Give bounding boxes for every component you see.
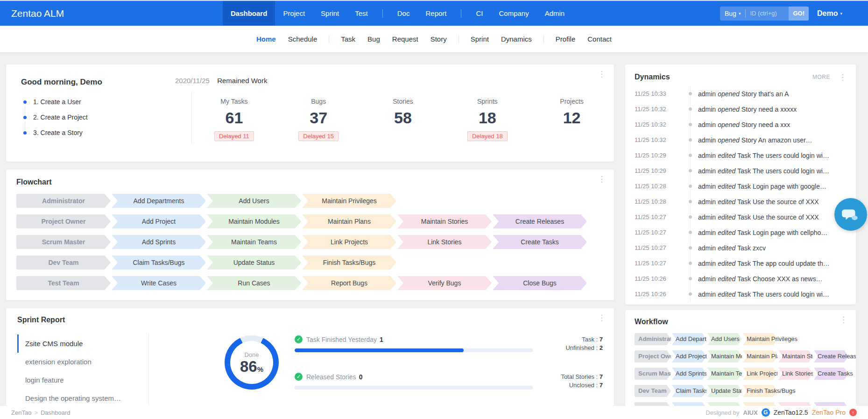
dynamic-item[interactable]: 11/25 10:27 admineditedTask zxcv (635, 240, 847, 256)
flow-step[interactable]: Add Sprints (672, 368, 706, 380)
zentao-pro-link[interactable]: ZenTao Pro (812, 409, 846, 416)
flow-step[interactable]: Link Projects (302, 235, 396, 249)
stat[interactable]: Sprints 18 Delayed 18 (445, 92, 529, 143)
more-link[interactable]: MORE (812, 74, 830, 80)
stat[interactable]: Projects 12 (529, 92, 614, 143)
version-link[interactable]: ZenTao12.5 (774, 409, 808, 416)
flow-step[interactable]: Add Project (112, 214, 206, 228)
flow-step[interactable]: Link Stories (778, 368, 813, 380)
flow-step[interactable]: Finish Tasks/Bugs (302, 256, 396, 270)
flow-step[interactable]: Run Cases (207, 276, 301, 290)
flow-role-label[interactable]: Project Owner (16, 214, 111, 228)
flow-step[interactable]: Claim Tasks/Bugs (112, 256, 206, 270)
flow-role-label[interactable]: Test Team (16, 276, 111, 290)
flow-step[interactable]: Report Bugs (302, 276, 396, 290)
flow-step[interactable]: Add Project (672, 350, 706, 362)
sprint-list-item[interactable]: extension exploration (17, 353, 148, 371)
flow-step[interactable]: Maintain Stories (397, 214, 492, 228)
flow-step[interactable]: Create Tasks (814, 368, 848, 380)
onboarding-step-link[interactable]: 2. Create a Project (21, 110, 169, 125)
nav-item[interactable]: CI (468, 1, 491, 26)
flow-step[interactable]: Create Tasks (493, 235, 587, 249)
subnav-item[interactable]: Dynamics (495, 35, 538, 43)
subnav-item[interactable]: Story (424, 35, 453, 43)
upgrade-icon[interactable]: ↑ (849, 409, 857, 416)
app-logo[interactable]: Zentao ALM (0, 8, 75, 19)
flow-step[interactable]: Add Departments (672, 333, 706, 345)
flow-step[interactable]: Maintain Modules (707, 350, 742, 362)
dynamic-item[interactable]: 11/25 10:32 adminopenedStory An amazon u… (635, 132, 847, 148)
stat[interactable]: Bugs 37 Delayed 15 (276, 92, 361, 143)
flow-step[interactable]: Claim Tasks/Bugs (672, 385, 706, 397)
flow-role-label[interactable]: Dev Team (16, 256, 111, 270)
nav-item[interactable]: Dashboard (223, 1, 275, 26)
flow-step[interactable]: Add Sprints (112, 235, 206, 249)
flow-step[interactable]: Add Users (207, 194, 301, 208)
search-input[interactable] (746, 10, 789, 17)
user-menu[interactable]: Demo ▾ (817, 9, 842, 18)
dynamic-item[interactable]: 11/25 10:26 admineditedTask Choose XXX a… (635, 271, 847, 286)
subnav-item[interactable]: Home (250, 35, 282, 43)
go-button[interactable]: GO! (789, 7, 809, 21)
search-module-select[interactable]: Bug ▾ (720, 10, 745, 17)
zentao-logo-icon[interactable]: G (762, 408, 770, 417)
flow-step[interactable]: Create Releases (493, 214, 587, 228)
flow-step[interactable]: Create Releases (814, 350, 848, 362)
flow-step[interactable]: Update Status (207, 256, 301, 270)
dynamic-item[interactable]: 11/25 10:28 admineditedTask Use the sour… (635, 194, 847, 209)
sprint-list-item[interactable]: Design the operating system… (17, 389, 148, 406)
flow-step[interactable]: Maintain Teams (207, 235, 301, 249)
stat[interactable]: My Tasks 61 Delayed 11 (192, 92, 276, 143)
dynamic-item[interactable]: 11/25 10:33 adminopenedStory that's an A (635, 86, 847, 101)
flow-step[interactable]: Update Status (707, 385, 742, 397)
onboarding-step-link[interactable]: 3. Create a Story (21, 125, 169, 141)
dynamic-item[interactable]: 11/25 10:27 admineditedTask Login page w… (635, 225, 847, 240)
flow-step[interactable]: Maintain Plans (302, 214, 396, 228)
kebab-menu-icon[interactable]: ⋮ (840, 316, 847, 324)
stat[interactable]: Stories 58 (361, 92, 445, 143)
flow-step[interactable]: Finish Tasks/Bugs (743, 385, 777, 397)
dynamic-item[interactable]: 11/25 10:29 admineditedTask The users co… (635, 163, 847, 178)
dynamic-item[interactable]: 11/25 10:28 admineditedTask Login page w… (635, 178, 847, 194)
nav-item[interactable]: Report (417, 1, 454, 26)
subnav-item[interactable]: Task (335, 35, 361, 43)
flow-step[interactable]: Maintain Privileges (302, 194, 396, 208)
flow-step[interactable]: Add Departments (112, 194, 206, 208)
dynamic-item[interactable]: 11/25 10:32 adminopenedStory need a xxx (635, 117, 847, 132)
subnav-item[interactable]: Schedule (282, 35, 324, 43)
sprint-list-item[interactable]: login feature (17, 371, 148, 389)
flow-role-label[interactable]: Scrum Master (635, 368, 671, 380)
dynamic-item[interactable]: 11/25 10:27 admineditedTask Use the sour… (635, 209, 847, 225)
kebab-menu-icon[interactable]: ⋮ (598, 70, 606, 78)
breadcrumb-root[interactable]: ZenTao (11, 409, 31, 416)
dynamic-item[interactable]: 11/25 10:26 admineditedTask The users co… (635, 286, 847, 302)
flow-role-label[interactable]: Administrator (635, 333, 671, 345)
subnav-item[interactable]: Contact (581, 35, 618, 43)
kebab-menu-icon[interactable]: ⋮ (598, 175, 606, 183)
flow-step[interactable]: Write Cases (112, 276, 206, 290)
flow-role-label[interactable]: Project Owner (635, 350, 671, 362)
flow-step[interactable]: Maintain Stories (778, 350, 813, 362)
onboarding-step-link[interactable]: 1. Create a User (21, 94, 169, 110)
flow-step[interactable]: Link Projects (743, 368, 777, 380)
flow-step[interactable]: Verify Bugs (397, 276, 492, 290)
nav-item[interactable]: Test (347, 1, 376, 26)
nav-item[interactable]: Admin (537, 1, 573, 26)
flow-step[interactable]: Add Users (707, 333, 742, 345)
nav-item[interactable]: Doc (389, 1, 418, 26)
dynamic-item[interactable]: 11/25 10:32 adminopenedStory need a xxxx… (635, 101, 847, 117)
kebab-menu-icon[interactable]: ⋮ (598, 314, 606, 322)
nav-item[interactable]: Company (491, 1, 536, 26)
flow-step[interactable]: Maintain Privileges (743, 333, 777, 345)
subnav-item[interactable]: Profile (550, 35, 582, 43)
designer-link[interactable]: AIUX (743, 409, 758, 416)
dynamic-item[interactable]: 11/25 10:27 admineditedTask The app coul… (635, 256, 847, 271)
flow-step[interactable]: Close Bugs (493, 276, 587, 290)
nav-item[interactable]: Project (275, 1, 313, 26)
subnav-item[interactable]: Sprint (465, 35, 495, 43)
flow-step[interactable]: Maintain Teams (707, 368, 742, 380)
flow-step[interactable]: Link Stories (397, 235, 492, 249)
flow-role-label[interactable]: Dev Team (635, 385, 671, 397)
nav-item[interactable]: Sprint (313, 1, 347, 26)
dynamic-item[interactable]: 11/25 10:29 admineditedTask The users co… (635, 148, 847, 163)
